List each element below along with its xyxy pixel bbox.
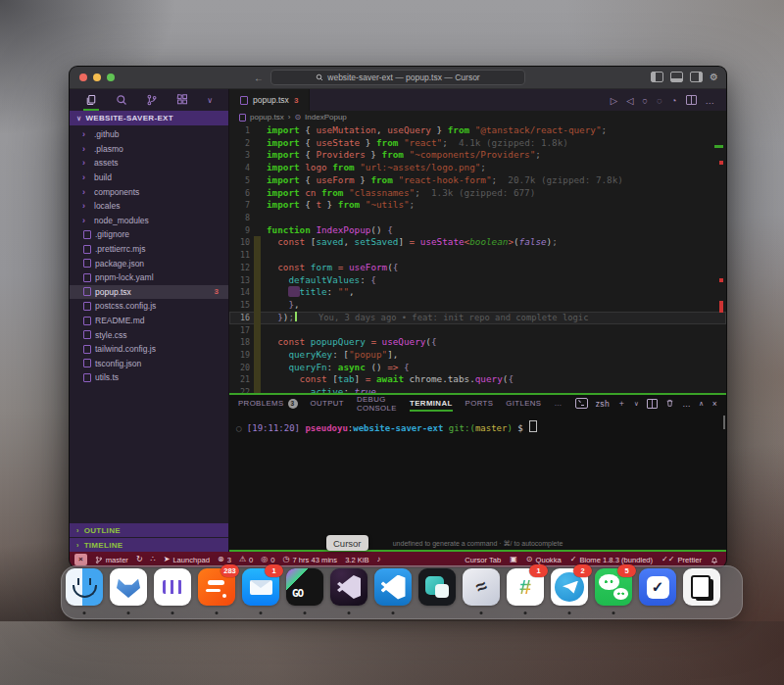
code-editor[interactable]: 1import { useMutation, useQuery } from "… (229, 123, 726, 393)
maximize-panel-icon[interactable]: ∧ (699, 400, 705, 408)
dock-app-audio[interactable] (154, 565, 191, 616)
dock-app-cursor[interactable] (330, 565, 368, 616)
tree-item[interactable]: ›.plasmo (70, 142, 228, 157)
terminal-icon (575, 398, 588, 409)
statusbar-quokka[interactable]: ⊙Quokka (526, 556, 562, 564)
tree-item[interactable]: utils.ts (70, 370, 228, 385)
statusbar-launchpad[interactable]: ➤Launchpad (164, 556, 210, 564)
panel-more-icon[interactable]: … (682, 399, 691, 409)
tree-item[interactable]: .prettierrc.mjs (70, 242, 228, 257)
chevron-down-icon[interactable]: ∨ (205, 89, 215, 111)
file-tree[interactable]: ›.github›.plasmo›assets›build›components… (70, 125, 228, 385)
run-icon[interactable]: ▷ (611, 95, 617, 106)
minimize-window-button[interactable] (93, 73, 101, 81)
tree-item[interactable]: postcss.config.js (70, 299, 228, 314)
source-control-icon[interactable] (144, 89, 160, 111)
panel-tab-gitlens[interactable]: GITLENS (506, 395, 541, 412)
dock-app-slack[interactable]: 1 (507, 565, 544, 616)
chevron-right-icon: › (288, 113, 291, 122)
settings-gear-icon[interactable]: ⚙ (710, 73, 718, 82)
statusbar-console-ninja[interactable]: ▣ (510, 556, 517, 563)
panel-tab-ports[interactable]: PORTS (466, 395, 494, 412)
statusbar-paw-extension[interactable]: ∴ (151, 556, 156, 563)
dock-app-fox[interactable] (110, 565, 147, 616)
statusbar-wakatime[interactable]: ◷7 hrs 43 mins (283, 556, 338, 564)
tab-popup-tsx[interactable]: popup.tsx 3 (229, 89, 310, 111)
terminal-dropdown-icon[interactable]: ∨ (634, 400, 639, 408)
tree-item[interactable]: style.css (70, 327, 228, 342)
statusbar-sync-status[interactable]: ↻ (136, 556, 143, 563)
terminal[interactable]: ○ [19:11:20] pseudoyu:website-saver-ext … (229, 412, 726, 550)
tree-item[interactable]: .gitignore (70, 227, 228, 242)
dock-app-follow[interactable]: 283 (198, 565, 235, 616)
more-actions-icon[interactable]: … (706, 95, 715, 106)
step-back-icon[interactable]: ◁ (626, 95, 633, 106)
toggle-right-sidebar-icon[interactable] (690, 72, 703, 82)
tree-item[interactable]: package.json (70, 256, 228, 270)
tree-item[interactable]: popup.tsx3 (70, 285, 228, 300)
toggle-panel-icon[interactable] (670, 72, 683, 82)
zoom-window-button[interactable] (107, 73, 115, 81)
statusbar-notifications[interactable] (710, 556, 718, 564)
split-editor-icon[interactable] (686, 95, 697, 105)
breadcrumb[interactable]: popup.tsx › ⊙ IndexPopup (229, 111, 726, 123)
statusbar-errors[interactable]: ⊗3 (218, 556, 231, 564)
dock-app-tasks[interactable] (639, 565, 676, 616)
tree-item[interactable]: ›.github (70, 127, 228, 142)
titlebar[interactable]: ← → website-saver-ext — popup.tsx — Curs… (70, 67, 726, 89)
tree-item[interactable]: ›node_modules (70, 214, 228, 228)
timeline-section-header[interactable]: › TIMELINE (70, 538, 228, 552)
tree-item[interactable]: tsconfig.json (70, 357, 228, 371)
statusbar-cursor-tab[interactable]: Cursor Tab (465, 556, 501, 564)
warning-icon: ⚠ (239, 556, 246, 563)
step-over-icon[interactable]: ◌ (657, 95, 662, 106)
terminal-scrollbar[interactable] (723, 416, 725, 429)
close-window-button[interactable] (79, 73, 87, 81)
panel-tab-debug-console[interactable]: DEBUG CONSOLE (357, 395, 397, 412)
statusbar-warnings[interactable]: ⚠0 (239, 556, 253, 564)
tree-item[interactable]: ›build (70, 171, 228, 185)
split-terminal-icon[interactable] (647, 399, 658, 409)
outline-section-header[interactable]: › OUTLINE (70, 523, 228, 537)
dock-app-stack[interactable] (683, 565, 720, 616)
tree-item-label: .plasmo (94, 144, 123, 154)
history-back-icon[interactable]: ← (254, 73, 264, 83)
explorer-root-header[interactable]: ∨ WEBSITE-SAVER-EXT (70, 111, 228, 125)
statusbar-prettier[interactable]: ✓✓Prettier (662, 556, 702, 564)
command-center[interactable]: website-saver-ext — popup.tsx — Cursor (270, 70, 525, 85)
panel-more-tabs-icon[interactable]: … (554, 399, 562, 408)
dock-app-goland[interactable] (286, 565, 323, 616)
record-icon[interactable]: ○ (642, 95, 648, 106)
toggle-left-sidebar-icon[interactable] (651, 72, 663, 82)
statusbar-biome[interactable]: ✓Biome 1.8.3 (bundled) (570, 556, 653, 564)
panel-tab-output[interactable]: OUTPUT (311, 395, 344, 412)
dock-app-wechat[interactable]: 5 (595, 565, 632, 616)
dock-app-warp[interactable] (418, 565, 456, 616)
statusbar-music[interactable]: ♪ (377, 556, 381, 563)
tree-item[interactable]: ›locales (70, 199, 228, 214)
extensions-icon[interactable] (174, 89, 190, 111)
explorer-files-icon[interactable] (83, 89, 99, 111)
dock-app-finder[interactable] (66, 565, 103, 616)
dock-app-mail[interactable]: 1 (242, 565, 279, 616)
run-timer-icon[interactable]: ◔ (671, 95, 677, 106)
panel-tab-problems[interactable]: PROBLEMS3 (238, 395, 298, 412)
statusbar-remote-indicator[interactable]: × (74, 554, 87, 565)
panel-tab-terminal[interactable]: TERMINAL (410, 395, 452, 412)
code-line: 5import { useForm } from "react-hook-for… (229, 174, 726, 187)
search-icon[interactable] (114, 89, 129, 111)
dock-app-telegram[interactable]: 2 (551, 565, 588, 616)
dock-app-ai[interactable] (463, 565, 500, 616)
tree-item[interactable]: tailwind.config.js (70, 342, 228, 357)
close-panel-icon[interactable]: × (712, 399, 717, 409)
new-terminal-icon[interactable]: ＋ (617, 398, 626, 410)
tree-item[interactable]: ›assets (70, 156, 228, 171)
tree-item[interactable]: pnpm-lock.yaml (70, 270, 228, 285)
tree-item[interactable]: README.md (70, 314, 228, 328)
tree-item[interactable]: ›components (70, 184, 228, 199)
statusbar-feedback[interactable]: ◎0 (261, 556, 274, 564)
statusbar-git-branch[interactable]: master (95, 556, 128, 564)
trash-icon[interactable] (665, 399, 674, 408)
statusbar-file-size[interactable]: 3.2 KiB (345, 556, 368, 564)
dock-app-vscode[interactable] (374, 565, 412, 616)
